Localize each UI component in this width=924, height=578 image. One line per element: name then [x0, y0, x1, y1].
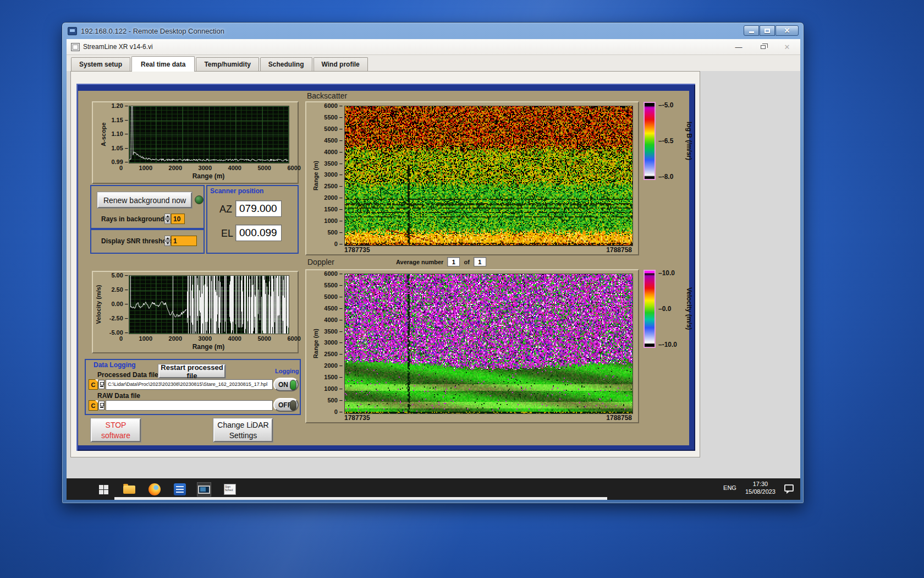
maximize-icon [765, 29, 770, 33]
velocity-x-tick: 2000 [169, 335, 182, 342]
doppler-y-tick: 5500 [324, 282, 343, 288]
doppler-colorbar-tick: 0.0 [658, 306, 677, 312]
rdp-close-button[interactable]: ✕ [776, 25, 799, 36]
doppler-y-ticks: 6000550050004500400035003000250020001500… [321, 271, 343, 415]
rdp-minimize-button[interactable] [744, 25, 759, 36]
raw-path-field[interactable] [106, 400, 273, 411]
rays-spinner[interactable] [164, 214, 170, 224]
backscatter-time-end: 1788758 [606, 246, 632, 254]
snr-threshold-box: Display SNR threshold 1 [90, 229, 205, 254]
monitor-icon [198, 486, 210, 494]
start-button[interactable] [96, 482, 111, 497]
taskbar-clock[interactable]: 17:30 15/08/2023 [745, 480, 776, 496]
tab-temp-humidity[interactable]: Temp/humidity [196, 57, 258, 71]
change-button-line2: Settings [229, 431, 257, 440]
change-lidar-settings-button[interactable]: Change LiDAR Settings [213, 418, 273, 442]
tab-system-setup[interactable]: System setup [71, 57, 130, 71]
labview-vi-icon [71, 43, 80, 51]
backscatter-colorbar-label: log B (/m/sr) [685, 122, 693, 160]
streamline-app-taskbar-icon[interactable] [197, 482, 211, 497]
doppler-y-tick: 3000 [324, 340, 343, 346]
average-number-total[interactable]: 1 [474, 257, 486, 266]
doppler-colorbar: 10.00.0-10.0 Velocity (m/s) [644, 270, 705, 352]
raw-logging-toggle[interactable]: OFF [273, 398, 299, 412]
az-value-field[interactable]: 079.000 [235, 200, 282, 217]
scheduler-app-icon[interactable]: Sign Sched [223, 482, 237, 497]
minimize-icon [749, 31, 754, 33]
language-indicator[interactable]: ENG [723, 484, 736, 491]
backscatter-colorbar-ticks: -5.0-6.5-8.0 [658, 102, 673, 180]
velocity-y-axis-label: Velocity (m/s) [95, 285, 102, 324]
blue-app-icon[interactable] [173, 482, 187, 497]
backscatter-y-ticks: 6000550050004500400035003000250020001500… [321, 103, 343, 247]
backscatter-y-tick: 3000 [324, 172, 343, 178]
notification-icon[interactable] [784, 484, 794, 492]
doppler-y-tick: 3500 [324, 329, 343, 335]
backscatter-y-tick: 5500 [324, 114, 343, 121]
remote-desktop-area: StreamLine XR v14-6.vi — ✕ System setup … [67, 39, 800, 500]
rays-spinner-down[interactable] [164, 219, 170, 225]
snr-spinner-down[interactable] [164, 241, 170, 247]
backscatter-y-tick: 500 [327, 230, 343, 236]
velocity-x-ticks: 0100020003000400050006000 [119, 335, 301, 342]
stop-software-button[interactable]: STOP software [91, 418, 141, 442]
processed-data-file-label: Processed Data file [97, 371, 158, 379]
background-controls-box: Renew background now Rays in background … [90, 185, 205, 229]
firefox-icon[interactable] [147, 482, 162, 497]
rays-spinner-up[interactable] [164, 214, 170, 219]
taskbar: Sign Sched ENG 17:30 15/08/2023 [67, 478, 800, 500]
rays-in-background-label: Rays in background [101, 215, 164, 223]
close-icon: ✕ [784, 27, 790, 34]
snr-spinner[interactable] [164, 236, 170, 246]
ascope-x-tick: 1000 [139, 165, 152, 171]
app-restore-button[interactable] [757, 42, 768, 52]
data-logging-box: Data Logging Processed Data file Restart… [85, 359, 301, 415]
ascope-x-tick: 0 [119, 165, 123, 171]
raw-path-browse-icon[interactable] [98, 401, 105, 410]
restore-icon [761, 45, 766, 49]
file-explorer-icon[interactable] [122, 482, 136, 497]
tab-scheduling[interactable]: Scheduling [260, 57, 312, 71]
velocity-x-tick: 5000 [257, 335, 271, 342]
raw-path-drive-button[interactable]: C [89, 400, 98, 411]
backscatter-colorbar-tick: -8.0 [658, 173, 673, 180]
sched-window-thumbnail: Sign Sched [224, 484, 236, 495]
ascope-y-ticks: 1.201.151.101.050.99 [107, 103, 128, 165]
processed-path-browse-icon[interactable] [98, 380, 105, 389]
processed-path-field[interactable]: C:\Lidar\Data\Proc\2023\202308\20230815\… [106, 379, 273, 390]
processed-path-drive-button[interactable]: C [89, 379, 98, 390]
doppler-colorbar-tick: -10.0 [658, 341, 677, 348]
doppler-y-tick: 4000 [324, 317, 343, 323]
doppler-plot-box: Range (m) 600055005000450040003500300025… [305, 269, 639, 423]
processed-logging-toggle[interactable]: ON [273, 378, 299, 391]
rays-value-field[interactable]: 10 [171, 214, 185, 224]
rdp-titlebar[interactable]: 192.168.0.122 - Remote Desktop Connectio… [62, 23, 804, 39]
backscatter-y-tick: 3500 [324, 161, 343, 167]
doppler-y-tick: 0 [334, 409, 343, 415]
taskbar-white-strip [114, 497, 607, 500]
average-number-value[interactable]: 1 [447, 257, 460, 266]
average-of-label: of [464, 259, 469, 265]
rdp-maximize-button[interactable] [760, 25, 775, 36]
backscatter-y-tick: 4500 [324, 138, 343, 144]
doppler-time-start: 1787735 [344, 414, 370, 422]
tab-real-time-data[interactable]: Real time data [131, 56, 195, 72]
doppler-heatmap [344, 274, 633, 414]
snr-value-field[interactable]: 1 [171, 236, 197, 246]
taskbar-time: 17:30 [745, 480, 776, 488]
app-close-button[interactable]: ✕ [782, 42, 793, 52]
el-value-field[interactable]: 000.099 [235, 225, 282, 241]
backscatter-y-tick: 4000 [324, 149, 343, 155]
ascope-plot [129, 106, 289, 163]
restart-processed-file-button[interactable]: Restart processed file [158, 364, 226, 378]
doppler-title: Doppler [307, 258, 334, 266]
app-titlebar[interactable]: StreamLine XR v14-6.vi — ✕ [67, 39, 800, 55]
app-minimize-button[interactable]: — [733, 42, 744, 52]
velocity-x-tick: 1000 [139, 335, 152, 342]
desktop-background: 192.168.0.122 - Remote Desktop Connectio… [0, 0, 924, 578]
renew-background-button[interactable]: Renew background now [97, 192, 192, 208]
tab-wind-profile[interactable]: Wind profile [314, 57, 368, 71]
velocity-x-axis-label: Range (m) [129, 343, 288, 351]
snr-spinner-up[interactable] [164, 236, 170, 241]
backscatter-plot-box: Range (m) 600055005000450040003500300025… [305, 101, 639, 255]
